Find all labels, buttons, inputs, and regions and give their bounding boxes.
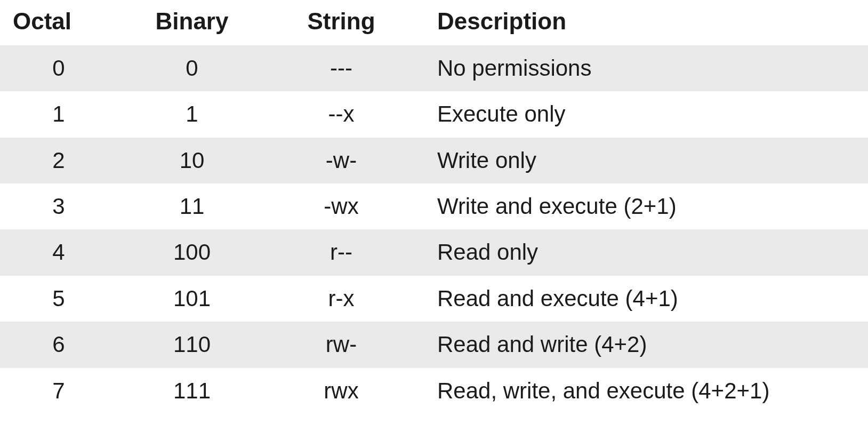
header-binary: Binary [117,0,267,45]
cell-description: Write and execute (2+1) [416,183,868,229]
header-octal: Octal [0,0,117,45]
cell-string: -wx [267,183,416,229]
cell-description: Read only [416,229,868,275]
cell-description: Read and write (4+2) [416,322,868,367]
table-row: 3 11 -wx Write and execute (2+1) [0,183,868,229]
cell-octal: 6 [0,322,117,367]
header-string: String [267,0,416,45]
cell-binary: 1 [117,91,267,137]
cell-binary: 101 [117,276,267,322]
cell-octal: 7 [0,368,117,414]
cell-binary: 110 [117,322,267,367]
table-row: 5 101 r-x Read and execute (4+1) [0,276,868,322]
cell-binary: 10 [117,138,267,183]
cell-string: r-- [267,229,416,275]
cell-string: r-x [267,276,416,322]
cell-description: No permissions [416,45,868,91]
table-row: 2 10 -w- Write only [0,138,868,183]
cell-octal: 4 [0,229,117,275]
cell-string: rwx [267,368,416,414]
cell-binary: 111 [117,368,267,414]
header-description: Description [416,0,868,45]
cell-string: --- [267,45,416,91]
permissions-table: Octal Binary String Description 0 0 --- … [0,0,868,414]
cell-description: Write only [416,138,868,183]
table-header-row: Octal Binary String Description [0,0,868,45]
cell-octal: 0 [0,45,117,91]
table-row: 7 111 rwx Read, write, and execute (4+2+… [0,368,868,414]
cell-binary: 100 [117,229,267,275]
cell-octal: 3 [0,183,117,229]
cell-octal: 5 [0,276,117,322]
table-row: 6 110 rw- Read and write (4+2) [0,322,868,367]
cell-string: -w- [267,138,416,183]
table-row: 0 0 --- No permissions [0,45,868,91]
table-row: 1 1 --x Execute only [0,91,868,137]
cell-binary: 0 [117,45,267,91]
cell-description: Read, write, and execute (4+2+1) [416,368,868,414]
cell-octal: 1 [0,91,117,137]
cell-description: Read and execute (4+1) [416,276,868,322]
cell-octal: 2 [0,138,117,183]
cell-description: Execute only [416,91,868,137]
cell-string: --x [267,91,416,137]
table-row: 4 100 r-- Read only [0,229,868,275]
cell-string: rw- [267,322,416,367]
cell-binary: 11 [117,183,267,229]
